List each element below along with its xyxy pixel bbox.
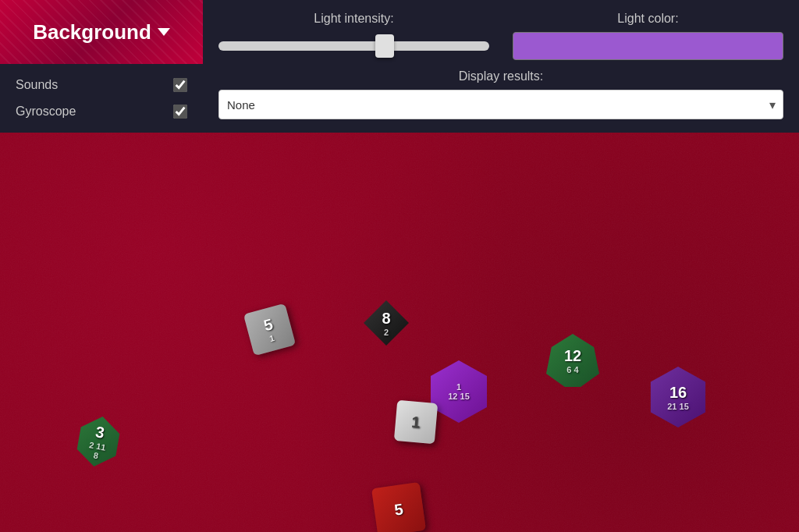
gyroscope-row: Gyroscope: [12, 98, 191, 125]
chevron-down-icon: [158, 28, 170, 36]
display-results-label: Display results:: [218, 69, 783, 83]
die-white-d6-label: 1: [394, 400, 438, 444]
intensity-slider-thumb[interactable]: [375, 34, 394, 58]
display-select-wrapper: None Sum Individual: [218, 90, 783, 119]
controls-top-row: Light intensity: Light color:: [218, 12, 783, 60]
gyroscope-label: Gyroscope: [16, 105, 76, 119]
dice-canvas: 5 1 8 2 12 6 4 3 2 11 8 1 12 15 1: [0, 133, 799, 532]
color-label: Light color:: [513, 12, 783, 26]
die-red-d6-mid-label: 5: [371, 482, 426, 532]
intensity-slider-track: [218, 41, 489, 51]
top-bar: Background Sounds Gyroscope Light intens…: [0, 0, 799, 133]
display-section: Display results: None Sum Individual: [218, 69, 783, 119]
die-red-d6-mid[interactable]: 5: [371, 482, 426, 532]
background-button-label: Background: [33, 20, 151, 44]
intensity-slider-container: [218, 32, 489, 60]
right-panel: Light intensity: Light color: Display re…: [203, 0, 799, 131]
color-section: Light color:: [513, 12, 783, 60]
gyroscope-checkbox[interactable]: [173, 105, 187, 119]
light-color-box[interactable]: [513, 32, 783, 60]
left-panel: Background Sounds Gyroscope: [0, 0, 203, 133]
intensity-label: Light intensity:: [218, 12, 489, 26]
sounds-checkbox[interactable]: [173, 78, 187, 92]
checkboxes-area: Sounds Gyroscope: [0, 64, 203, 133]
sounds-row: Sounds: [12, 72, 191, 98]
intensity-section: Light intensity:: [218, 12, 489, 60]
display-results-select[interactable]: None Sum Individual: [218, 90, 783, 119]
sounds-label: Sounds: [16, 78, 58, 92]
die-white-d6[interactable]: 1: [394, 400, 438, 444]
background-button[interactable]: Background: [0, 0, 203, 64]
